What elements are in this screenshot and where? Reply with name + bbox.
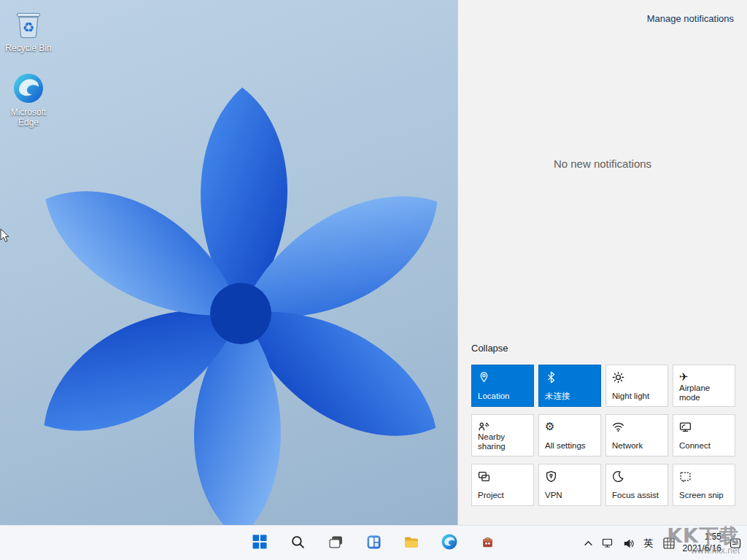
desktop-icon-recycle-bin[interactable]: ♻ Recycle Bin [0, 6, 57, 54]
edge-browser-icon [441, 534, 457, 553]
connect-icon [679, 420, 692, 433]
manage-notifications-link[interactable]: Manage notifications [647, 13, 734, 24]
collapse-link[interactable]: Collapse [471, 343, 508, 354]
start-button[interactable] [245, 529, 274, 558]
tray-date: 2021/6/16 [683, 543, 721, 553]
store-button[interactable] [473, 529, 502, 558]
quick-action-label: VPN [545, 491, 595, 500]
network-tray-icon[interactable] [600, 529, 615, 558]
file-explorer-button[interactable] [397, 529, 426, 558]
quick-action-night-light[interactable]: Night light [605, 365, 668, 407]
action-center-panel: Manage notifications No new notification… [457, 0, 747, 525]
store-icon [481, 535, 495, 552]
quick-action-network[interactable]: Network [605, 414, 668, 456]
task-view-button[interactable] [321, 529, 350, 558]
widgets-button[interactable] [359, 529, 388, 558]
desktop-icon-label: Recycle Bin [0, 44, 57, 54]
taskbar-center-icons [245, 526, 502, 560]
taskbar: 英 1:55 2021/6/16 [0, 525, 747, 560]
quick-action-vpn[interactable]: VPN [538, 464, 601, 506]
desktop-icon-label: Microsoft Edge [0, 108, 57, 128]
quick-action-label: Night light [612, 392, 662, 401]
settings-gear-icon: ⚙ [545, 420, 558, 433]
mouse-cursor [0, 228, 10, 246]
quick-action-label: Project [478, 491, 527, 500]
ime-mode-icon[interactable] [662, 529, 676, 558]
quick-action-bluetooth[interactable]: 未连接 [538, 365, 601, 407]
nearby-sharing-icon [478, 420, 491, 432]
ime-language-indicator[interactable]: 英 [643, 529, 655, 558]
quick-action-label: Airplane mode [679, 384, 729, 402]
quick-actions-grid: Location 未连接 Night light ✈ Airplane mode [471, 365, 735, 506]
recycle-bin-icon: ♻ [12, 29, 44, 42]
focus-assist-icon [612, 470, 625, 483]
quick-action-nearby-sharing[interactable]: Nearby sharing [471, 414, 534, 456]
quick-action-connect[interactable]: Connect [673, 414, 735, 456]
network-icon [612, 420, 625, 433]
bluetooth-icon [545, 370, 558, 384]
location-icon [478, 370, 491, 384]
volume-tray-icon[interactable] [622, 529, 636, 558]
desktop-icon-microsoft-edge[interactable]: Microsoft Edge [0, 73, 57, 128]
quick-action-label: All settings [545, 441, 595, 451]
task-view-icon [329, 535, 343, 552]
quick-action-label: Network [612, 441, 662, 451]
vpn-icon [545, 470, 558, 483]
tray-chevron-up-icon[interactable] [583, 529, 594, 558]
edge-browser-button[interactable] [435, 529, 464, 558]
tray-time: 1:55 [705, 532, 721, 542]
quick-action-label: Location [478, 392, 527, 401]
quick-action-label: 未连接 [545, 392, 595, 401]
widgets-icon [367, 535, 381, 552]
start-icon [252, 534, 267, 552]
system-tray: 英 1:55 2021/6/16 [583, 526, 743, 560]
svg-text:♻: ♻ [23, 20, 34, 35]
quick-action-all-settings[interactable]: ⚙ All settings [538, 414, 601, 456]
quick-action-label: Nearby sharing [478, 432, 527, 451]
night-light-icon [612, 370, 625, 384]
quick-action-label: Focus assist [612, 491, 662, 500]
search-button[interactable] [283, 529, 312, 558]
wallpaper-bloom [0, 0, 467, 525]
quick-action-project[interactable]: Project [471, 464, 534, 506]
edge-icon [13, 93, 44, 106]
quick-action-label: Connect [679, 441, 729, 451]
screen-snip-icon [679, 470, 692, 483]
no-notifications-text: No new notifications [458, 158, 747, 170]
notification-center-icon[interactable] [728, 529, 743, 558]
quick-action-airplane-mode[interactable]: ✈ Airplane mode [673, 365, 735, 407]
quick-action-location[interactable]: Location [471, 365, 534, 407]
project-icon [478, 470, 491, 483]
airplane-mode-icon: ✈ [679, 370, 692, 384]
quick-action-screen-snip[interactable]: Screen snip [673, 464, 735, 506]
tray-clock[interactable]: 1:55 2021/6/16 [683, 532, 721, 554]
search-icon [291, 535, 305, 552]
file-explorer-icon [404, 535, 419, 552]
quick-action-label: Screen snip [679, 491, 729, 500]
quick-action-focus-assist[interactable]: Focus assist [605, 464, 668, 506]
